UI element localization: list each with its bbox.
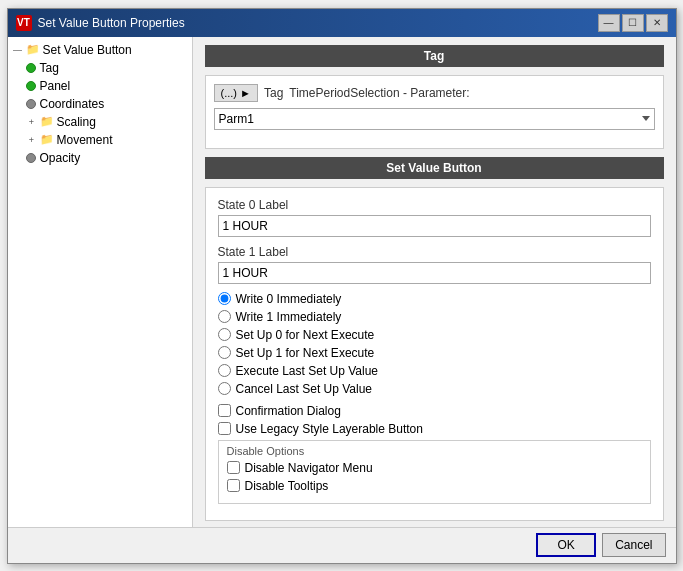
- footer: OK Cancel: [8, 527, 676, 563]
- disable-tooltips-checkbox[interactable]: [227, 479, 240, 492]
- content-area: — 📁 Set Value Button Tag Panel Coordinat…: [8, 37, 676, 527]
- radio-item-1[interactable]: Write 1 Immediately: [218, 310, 651, 324]
- legacy-style-checkbox[interactable]: [218, 422, 231, 435]
- title-bar: VT Set Value Button Properties — ☐ ✕: [8, 9, 676, 37]
- sidebar-item-panel[interactable]: Panel: [8, 77, 192, 95]
- sidebar-item-coordinates[interactable]: Coordinates: [8, 95, 192, 113]
- dot-icon-panel: [26, 81, 36, 91]
- radio-item-5[interactable]: Cancel Last Set Up Value: [218, 382, 651, 396]
- radio-label-3: Set Up 1 for Next Execute: [236, 346, 375, 360]
- state1-label: State 1 Label: [218, 245, 651, 259]
- sidebar-item-scaling[interactable]: + 📁 Scaling: [8, 113, 192, 131]
- dot-icon-tag: [26, 63, 36, 73]
- sidebar-item-label-opacity: Opacity: [40, 151, 81, 165]
- confirmation-dialog-item[interactable]: Confirmation Dialog: [218, 404, 651, 418]
- tag-top-section: (...) ► Tag TimePeriodSelection - Parame…: [205, 75, 664, 149]
- radio-item-4[interactable]: Execute Last Set Up Value: [218, 364, 651, 378]
- disable-options-group: Disable Options Disable Navigator Menu D…: [218, 440, 651, 504]
- state0-input[interactable]: [218, 215, 651, 237]
- sidebar-item-label-tag: Tag: [40, 61, 59, 75]
- tag-browse-button[interactable]: (...) ►: [214, 84, 258, 102]
- tag-value: TimePeriodSelection - Parameter:: [289, 86, 469, 100]
- dot-icon-coordinates: [26, 99, 36, 109]
- disable-tooltips-label: Disable Tooltips: [245, 479, 329, 493]
- folder-icon-scaling: 📁: [40, 115, 54, 128]
- tag-label: Tag: [264, 86, 283, 100]
- disable-navigator-label: Disable Navigator Menu: [245, 461, 373, 475]
- state0-label: State 0 Label: [218, 198, 651, 212]
- main-window: VT Set Value Button Properties — ☐ ✕ — 📁…: [7, 8, 677, 564]
- sidebar-item-label-movement: Movement: [57, 133, 113, 147]
- disable-options-group-label: Disable Options: [227, 445, 642, 457]
- sidebar-item-label-root: Set Value Button: [43, 43, 132, 57]
- radio-setup0[interactable]: [218, 328, 231, 341]
- sidebar-item-movement[interactable]: + 📁 Movement: [8, 131, 192, 149]
- window-title: Set Value Button Properties: [38, 16, 185, 30]
- folder-icon-movement: 📁: [40, 133, 54, 146]
- title-buttons: — ☐ ✕: [598, 14, 668, 32]
- radio-label-4: Execute Last Set Up Value: [236, 364, 379, 378]
- svb-section-header: Set Value Button: [205, 157, 664, 179]
- expand-icon-scaling: +: [26, 117, 38, 127]
- sidebar-item-label-scaling: Scaling: [57, 115, 96, 129]
- sidebar: — 📁 Set Value Button Tag Panel Coordinat…: [8, 37, 193, 527]
- dot-icon-opacity: [26, 153, 36, 163]
- ok-button[interactable]: OK: [536, 533, 596, 557]
- sidebar-item-label-coordinates: Coordinates: [40, 97, 105, 111]
- radio-item-0[interactable]: Write 0 Immediately: [218, 292, 651, 306]
- sidebar-item-tag[interactable]: Tag: [8, 59, 192, 77]
- expand-icon-movement: +: [26, 135, 38, 145]
- app-icon: VT: [16, 15, 32, 31]
- disable-tooltips-item[interactable]: Disable Tooltips: [227, 479, 642, 493]
- legacy-style-label: Use Legacy Style Layerable Button: [236, 422, 423, 436]
- radio-label-5: Cancel Last Set Up Value: [236, 382, 373, 396]
- legacy-style-item[interactable]: Use Legacy Style Layerable Button: [218, 422, 651, 436]
- tag-section-header: Tag: [205, 45, 664, 67]
- radio-group: Write 0 Immediately Write 1 Immediately …: [218, 292, 651, 396]
- main-panel: Tag (...) ► Tag TimePeriodSelection - Pa…: [193, 37, 676, 527]
- radio-label-0: Write 0 Immediately: [236, 292, 342, 306]
- state1-input[interactable]: [218, 262, 651, 284]
- sidebar-item-opacity[interactable]: Opacity: [8, 149, 192, 167]
- folder-icon-root: 📁: [26, 43, 40, 56]
- disable-navigator-item[interactable]: Disable Navigator Menu: [227, 461, 642, 475]
- radio-label-2: Set Up 0 for Next Execute: [236, 328, 375, 342]
- minimize-button[interactable]: —: [598, 14, 620, 32]
- radio-execute[interactable]: [218, 364, 231, 377]
- tag-dropdown-row: Parm1: [214, 108, 655, 130]
- title-bar-left: VT Set Value Button Properties: [16, 15, 185, 31]
- radio-item-2[interactable]: Set Up 0 for Next Execute: [218, 328, 651, 342]
- tag-row: (...) ► Tag TimePeriodSelection - Parame…: [214, 84, 655, 102]
- radio-write0[interactable]: [218, 292, 231, 305]
- tag-dropdown[interactable]: Parm1: [214, 108, 655, 130]
- close-button[interactable]: ✕: [646, 14, 668, 32]
- confirmation-dialog-label: Confirmation Dialog: [236, 404, 341, 418]
- disable-navigator-checkbox[interactable]: [227, 461, 240, 474]
- radio-cancel[interactable]: [218, 382, 231, 395]
- radio-label-1: Write 1 Immediately: [236, 310, 342, 324]
- sidebar-item-root[interactable]: — 📁 Set Value Button: [8, 41, 192, 59]
- radio-setup1[interactable]: [218, 346, 231, 359]
- confirmation-dialog-checkbox[interactable]: [218, 404, 231, 417]
- svb-content: State 0 Label State 1 Label Write 0 Imme…: [205, 187, 664, 521]
- expand-icon-root: —: [12, 45, 24, 55]
- restore-button[interactable]: ☐: [622, 14, 644, 32]
- radio-item-3[interactable]: Set Up 1 for Next Execute: [218, 346, 651, 360]
- radio-write1[interactable]: [218, 310, 231, 323]
- options-section: Confirmation Dialog Use Legacy Style Lay…: [218, 398, 651, 510]
- cancel-button[interactable]: Cancel: [602, 533, 665, 557]
- sidebar-item-label-panel: Panel: [40, 79, 71, 93]
